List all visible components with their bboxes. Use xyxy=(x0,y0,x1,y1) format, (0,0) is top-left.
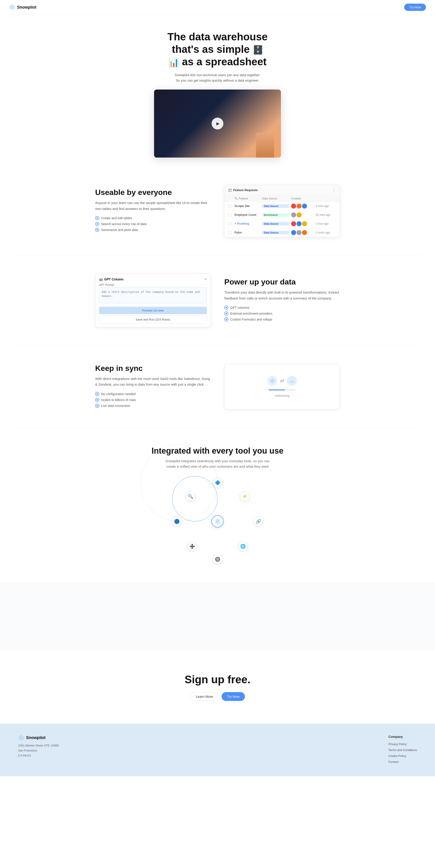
sync-card: ❄️ ⇄ ☁️ Authorizing xyxy=(224,364,340,409)
logo-text: Snowpilot xyxy=(17,5,36,10)
power-visual: 🤖 GPT Column ✕ GPT Prompt Preview 10 row… xyxy=(95,274,211,327)
gpt-card-title: 🤖 GPT Column xyxy=(99,277,124,281)
row-checkbox-1[interactable] xyxy=(228,205,231,208)
gpt-card-header: 🤖 GPT Column ✕ xyxy=(99,277,207,281)
row-checkbox-4[interactable] xyxy=(228,231,231,234)
feature-label-3: Summarize and pivot data xyxy=(101,228,138,232)
avatar xyxy=(297,212,302,217)
useable-description: Anyone in your team can use the simple s… xyxy=(95,200,211,212)
avatar xyxy=(297,230,302,235)
footer-links-list: Privacy Policy Terms and Conditions Cook… xyxy=(388,741,417,765)
power-feature-2: External enrichment providers xyxy=(224,311,340,315)
power-label-1: GPT columns xyxy=(230,306,249,309)
row-badge-2: Enrichment xyxy=(262,213,289,217)
sync-inner: Keep in sync With direct integrations wi… xyxy=(95,364,340,410)
sync-status-label: Authorizing xyxy=(275,394,289,397)
sync-arrow-icon: ⇄ xyxy=(280,378,284,384)
feature-item-2: Search across every row of data xyxy=(95,222,211,226)
row-name-3: + PostHog xyxy=(234,222,260,225)
footer-link-3: Cookie Policy xyxy=(388,753,417,759)
orbit-center-icon: ❄️ xyxy=(211,515,224,528)
hero-subtext: Snowpilot lets non-technical users join … xyxy=(172,72,263,83)
check-icon-1 xyxy=(95,216,99,220)
check-icon xyxy=(95,392,99,396)
row-time-2: 35 mins ago xyxy=(315,213,336,216)
footer-address: 2261 Market Street STE 10065 San Francis… xyxy=(18,743,59,758)
footer-addr-1: 2261 Market Street STE 10065 xyxy=(18,743,59,748)
col-created: Created xyxy=(291,197,314,200)
row-time-3: 1 hour ago xyxy=(315,222,336,225)
avatar xyxy=(291,221,296,226)
avatar xyxy=(302,204,307,209)
feature-item-1: Create and edit tables xyxy=(95,216,211,220)
feature-label-2: Search across every row of data xyxy=(101,222,146,226)
useable-text: Useable by everyone Anyone in your team … xyxy=(95,188,211,234)
gpt-preview-button[interactable]: Preview 10 rows xyxy=(99,307,207,314)
table-card-header: Feature Requests ⋮ xyxy=(225,185,340,196)
integration-icon-6[interactable]: ➕ xyxy=(187,541,197,551)
hero-video[interactable] xyxy=(154,90,281,158)
integration-icon-2[interactable]: 🔍 xyxy=(185,491,195,501)
integration-icon-8[interactable]: 🔘 xyxy=(212,554,223,564)
row-time-4: 2 hours ago xyxy=(315,231,336,234)
video-person-overlay xyxy=(256,133,274,158)
integration-icon-4[interactable]: 🔵 xyxy=(172,517,182,526)
avatar xyxy=(291,230,296,235)
sync-feature-2: Scales to billions of rows xyxy=(95,398,211,402)
learn-more-button[interactable]: Learn More xyxy=(190,692,219,701)
col-datasource: Data Source xyxy=(262,197,289,200)
gpt-run-button[interactable]: Save and Run (324 Rows) xyxy=(99,315,207,323)
footer-link-terms[interactable]: Terms and Conditions xyxy=(388,748,417,752)
integration-icon-1[interactable]: 🔷 xyxy=(212,478,223,488)
integration-icon-7[interactable]: 🌐 xyxy=(238,541,248,551)
footer-addr-3: CA 94114 xyxy=(18,753,59,758)
row-checkbox-2[interactable] xyxy=(228,213,231,216)
footer-right: Company Privacy Policy Terms and Conditi… xyxy=(388,735,417,765)
sync-progress-bar xyxy=(268,390,296,390)
avatar xyxy=(297,221,302,226)
gpt-prompt-textarea[interactable] xyxy=(99,287,207,303)
hero-section: The data warehouse that's as simple 🗄️ 📊… xyxy=(0,15,435,166)
check-icon-2 xyxy=(95,222,99,226)
signup-try-now-button[interactable]: Try Now xyxy=(222,692,245,701)
table-row: + PostHog Data Source 1 hour ago xyxy=(225,219,340,228)
table-menu-icon[interactable]: ⋮ xyxy=(332,188,336,193)
check-icon xyxy=(95,404,99,408)
sync-heading: Keep in sync xyxy=(95,364,211,373)
power-feature-1: GPT columns xyxy=(224,306,340,310)
row-name-1: Scrape Site xyxy=(234,204,260,208)
check-icon xyxy=(95,398,99,402)
table-row: Employee Count Enrichment 35 mins ago xyxy=(225,211,340,219)
play-button[interactable] xyxy=(212,118,223,129)
useable-heading: Useable by everyone xyxy=(95,188,211,197)
row-name-4: Pylon xyxy=(234,231,260,234)
footer-logo: ❄️ Snowpilot xyxy=(18,735,59,741)
integration-icon-3[interactable]: ⚡ xyxy=(240,491,250,501)
logo-icon: ❄️ xyxy=(9,4,15,10)
table-title: Feature Requests xyxy=(228,188,258,192)
row-avatars-4 xyxy=(291,230,314,235)
gpt-prompt-label: GPT Prompt xyxy=(99,283,207,286)
useable-inner: Useable by everyone Anyone in your team … xyxy=(95,185,340,237)
integration-icon-5[interactable]: 🔗 xyxy=(253,517,263,526)
footer-link-privacy[interactable]: Privacy Policy xyxy=(388,742,407,746)
col-feature: 🔧 Feature xyxy=(234,197,260,200)
avatar xyxy=(291,212,296,217)
footer-link-contact[interactable]: Contact xyxy=(388,760,399,764)
gpt-column-card: 🤖 GPT Column ✕ GPT Prompt Preview 10 row… xyxy=(95,274,211,327)
table-row: Pylon Data Source 2 hours ago xyxy=(225,228,340,237)
useable-features-list: Create and edit tables Search across eve… xyxy=(95,216,211,232)
power-heading: Power up your data xyxy=(224,277,340,286)
gpt-close-icon[interactable]: ✕ xyxy=(204,277,207,281)
integrations-orbit: ❄️ 🔷 🔍 ⚡ 🔵 🔗 ➕ 🌐 🔘 xyxy=(172,478,263,564)
sync-logo-salesforce: ☁️ xyxy=(287,376,297,386)
nav-try-now-button[interactable]: Try Now xyxy=(404,4,426,11)
feature-item-3: Summarize and pivot data xyxy=(95,228,211,232)
sync-text: Keep in sync With direct integrations wi… xyxy=(95,364,211,410)
row-checkbox-3[interactable] xyxy=(228,222,231,225)
footer-addr-2: San Francisco, xyxy=(18,748,59,753)
footer-link-cookie[interactable]: Cookie Policy xyxy=(388,754,406,757)
row-time-1: 3 mins ago xyxy=(315,205,336,208)
footer-logo-icon: ❄️ xyxy=(18,735,24,741)
feature-requests-card: Feature Requests ⋮ 🔧 Feature Data Source… xyxy=(224,185,340,237)
